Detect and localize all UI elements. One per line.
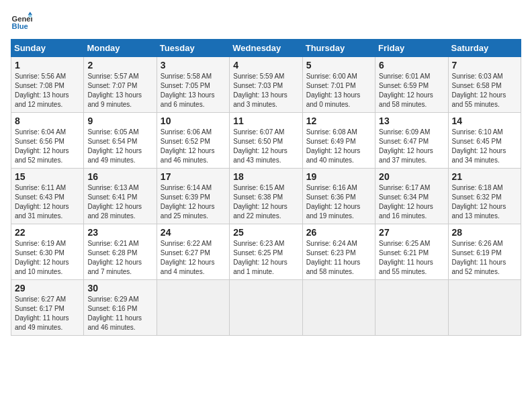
empty-cell: [302, 280, 375, 336]
empty-cell: [157, 280, 229, 336]
day-info: Sunrise: 6:08 AMSunset: 6:49 PMDaylight:…: [306, 128, 371, 165]
day-cell: 21Sunrise: 6:18 AMSunset: 6:32 PMDayligh…: [448, 169, 521, 224]
day-number: 26: [306, 227, 371, 238]
day-cell: 15Sunrise: 6:11 AMSunset: 6:43 PMDayligh…: [11, 169, 84, 224]
day-cell: 12Sunrise: 6:08 AMSunset: 6:49 PMDayligh…: [302, 113, 375, 169]
header-thursday: Thursday: [302, 40, 375, 57]
day-number: 30: [87, 283, 152, 293]
calendar-week-row: 29Sunrise: 6:27 AMSunset: 6:17 PMDayligh…: [11, 280, 521, 336]
day-info: Sunrise: 6:24 AMSunset: 6:23 PMDaylight:…: [306, 239, 371, 277]
day-info: Sunrise: 6:11 AMSunset: 6:43 PMDaylight:…: [15, 183, 80, 221]
svg-text:Blue: Blue: [12, 22, 28, 30]
day-info: Sunrise: 6:07 AMSunset: 6:50 PMDaylight:…: [233, 128, 298, 165]
day-info: Sunrise: 6:14 AMSunset: 6:39 PMDaylight:…: [161, 183, 226, 221]
day-info: Sunrise: 6:25 AMSunset: 6:21 PMDaylight:…: [379, 239, 444, 277]
day-cell: 29Sunrise: 6:27 AMSunset: 6:17 PMDayligh…: [11, 280, 84, 336]
day-cell: 27Sunrise: 6:25 AMSunset: 6:21 PMDayligh…: [375, 224, 448, 280]
day-cell: 2Sunrise: 5:57 AMSunset: 7:07 PMDaylight…: [84, 57, 157, 113]
day-cell: 8Sunrise: 6:04 AMSunset: 6:56 PMDaylight…: [11, 113, 84, 169]
day-cell: 22Sunrise: 6:19 AMSunset: 6:30 PMDayligh…: [11, 224, 84, 280]
day-info: Sunrise: 6:10 AMSunset: 6:45 PMDaylight:…: [452, 128, 517, 165]
day-cell: 14Sunrise: 6:10 AMSunset: 6:45 PMDayligh…: [448, 113, 521, 169]
day-info: Sunrise: 6:22 AMSunset: 6:27 PMDaylight:…: [161, 239, 226, 277]
day-number: 6: [379, 60, 444, 71]
day-info: Sunrise: 6:27 AMSunset: 6:17 PMDaylight:…: [15, 295, 80, 332]
day-number: 17: [161, 171, 226, 182]
day-cell: 4Sunrise: 5:59 AMSunset: 7:03 PMDaylight…: [230, 57, 302, 113]
day-info: Sunrise: 6:29 AMSunset: 6:16 PMDaylight:…: [87, 295, 152, 332]
day-info: Sunrise: 6:06 AMSunset: 6:52 PMDaylight:…: [161, 128, 226, 165]
day-number: 28: [452, 227, 517, 238]
day-cell: 30Sunrise: 6:29 AMSunset: 6:16 PMDayligh…: [84, 280, 157, 336]
day-info: Sunrise: 6:21 AMSunset: 6:28 PMDaylight:…: [87, 239, 152, 277]
day-info: Sunrise: 6:09 AMSunset: 6:47 PMDaylight:…: [379, 128, 444, 165]
day-info: Sunrise: 6:17 AMSunset: 6:34 PMDaylight:…: [379, 183, 444, 221]
day-number: 5: [306, 60, 371, 71]
calendar-week-row: 8Sunrise: 6:04 AMSunset: 6:56 PMDaylight…: [11, 113, 521, 169]
day-info: Sunrise: 6:18 AMSunset: 6:32 PMDaylight:…: [452, 183, 517, 221]
day-info: Sunrise: 6:03 AMSunset: 6:58 PMDaylight:…: [452, 72, 517, 109]
day-cell: 28Sunrise: 6:26 AMSunset: 6:19 PMDayligh…: [448, 224, 521, 280]
header-sunday: Sunday: [11, 40, 84, 57]
day-number: 8: [15, 116, 80, 126]
calendar-week-row: 1Sunrise: 5:56 AMSunset: 7:08 PMDaylight…: [11, 57, 521, 113]
logo-icon: General Blue: [11, 11, 32, 32]
day-cell: 26Sunrise: 6:24 AMSunset: 6:23 PMDayligh…: [302, 224, 375, 280]
day-cell: 17Sunrise: 6:14 AMSunset: 6:39 PMDayligh…: [157, 169, 229, 224]
day-info: Sunrise: 5:56 AMSunset: 7:08 PMDaylight:…: [15, 72, 80, 109]
header-saturday: Saturday: [448, 40, 521, 57]
day-cell: 23Sunrise: 6:21 AMSunset: 6:28 PMDayligh…: [84, 224, 157, 280]
day-number: 21: [452, 171, 517, 182]
day-number: 4: [233, 60, 298, 71]
empty-cell: [448, 280, 521, 336]
day-cell: 20Sunrise: 6:17 AMSunset: 6:34 PMDayligh…: [375, 169, 448, 224]
day-number: 10: [161, 116, 226, 126]
day-info: Sunrise: 5:58 AMSunset: 7:05 PMDaylight:…: [161, 72, 226, 109]
day-cell: 10Sunrise: 6:06 AMSunset: 6:52 PMDayligh…: [157, 113, 229, 169]
day-number: 29: [15, 283, 80, 293]
day-cell: 16Sunrise: 6:13 AMSunset: 6:41 PMDayligh…: [84, 169, 157, 224]
day-number: 19: [306, 171, 371, 182]
day-number: 15: [15, 171, 80, 182]
day-number: 11: [233, 116, 298, 126]
day-number: 12: [306, 116, 371, 126]
day-cell: 13Sunrise: 6:09 AMSunset: 6:47 PMDayligh…: [375, 113, 448, 169]
day-info: Sunrise: 6:15 AMSunset: 6:38 PMDaylight:…: [233, 183, 298, 221]
day-number: 25: [233, 227, 298, 238]
calendar-week-row: 15Sunrise: 6:11 AMSunset: 6:43 PMDayligh…: [11, 169, 521, 224]
day-number: 14: [452, 116, 517, 126]
day-cell: 5Sunrise: 6:00 AMSunset: 7:01 PMDaylight…: [302, 57, 375, 113]
day-cell: 19Sunrise: 6:16 AMSunset: 6:36 PMDayligh…: [302, 169, 375, 224]
day-number: 18: [233, 171, 298, 182]
day-info: Sunrise: 5:57 AMSunset: 7:07 PMDaylight:…: [87, 72, 152, 109]
day-cell: 11Sunrise: 6:07 AMSunset: 6:50 PMDayligh…: [230, 113, 302, 169]
day-cell: 24Sunrise: 6:22 AMSunset: 6:27 PMDayligh…: [157, 224, 229, 280]
logo: General Blue: [11, 11, 35, 32]
calendar-table: SundayMondayTuesdayWednesdayThursdayFrid…: [11, 39, 521, 336]
day-cell: 18Sunrise: 6:15 AMSunset: 6:38 PMDayligh…: [230, 169, 302, 224]
day-info: Sunrise: 6:00 AMSunset: 7:01 PMDaylight:…: [306, 72, 371, 109]
day-number: 2: [87, 60, 152, 71]
calendar-week-row: 22Sunrise: 6:19 AMSunset: 6:30 PMDayligh…: [11, 224, 521, 280]
day-number: 23: [87, 227, 152, 238]
day-number: 3: [161, 60, 226, 71]
empty-cell: [230, 280, 302, 336]
header-friday: Friday: [375, 40, 448, 57]
day-info: Sunrise: 6:04 AMSunset: 6:56 PMDaylight:…: [15, 128, 80, 165]
day-info: Sunrise: 6:01 AMSunset: 6:59 PMDaylight:…: [379, 72, 444, 109]
day-info: Sunrise: 6:23 AMSunset: 6:25 PMDaylight:…: [233, 239, 298, 277]
day-number: 24: [161, 227, 226, 238]
day-number: 16: [87, 171, 152, 182]
day-cell: 3Sunrise: 5:58 AMSunset: 7:05 PMDaylight…: [157, 57, 229, 113]
day-cell: 9Sunrise: 6:05 AMSunset: 6:54 PMDaylight…: [84, 113, 157, 169]
day-number: 9: [87, 116, 152, 126]
day-info: Sunrise: 6:26 AMSunset: 6:19 PMDaylight:…: [452, 239, 517, 277]
page-header: General Blue: [11, 11, 521, 32]
calendar-header-row: SundayMondayTuesdayWednesdayThursdayFrid…: [11, 40, 521, 57]
day-number: 22: [15, 227, 80, 238]
day-cell: 25Sunrise: 6:23 AMSunset: 6:25 PMDayligh…: [230, 224, 302, 280]
header-tuesday: Tuesday: [157, 40, 229, 57]
day-cell: 6Sunrise: 6:01 AMSunset: 6:59 PMDaylight…: [375, 57, 448, 113]
day-number: 20: [379, 171, 444, 182]
day-info: Sunrise: 6:16 AMSunset: 6:36 PMDaylight:…: [306, 183, 371, 221]
